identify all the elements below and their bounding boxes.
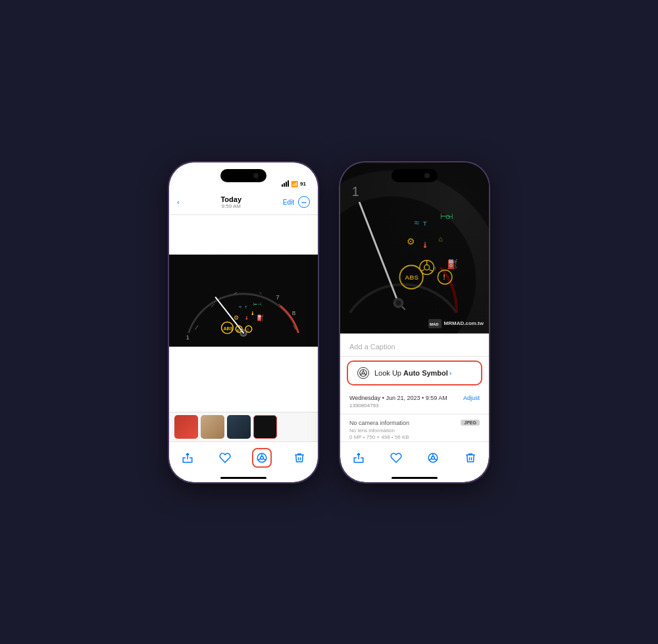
dashboard-image-left: 1 7 8 ≈ T 🌡 xyxy=(169,255,318,347)
svg-text:⊢⊣: ⊢⊣ xyxy=(253,301,261,306)
trash-icon-left xyxy=(293,452,305,464)
delete-button-right[interactable] xyxy=(461,448,480,468)
dynamic-island-right xyxy=(392,169,438,182)
home-indicator-left xyxy=(169,474,318,482)
back-button[interactable]: ‹ xyxy=(177,198,180,206)
nav-bar-left: ‹ Today 9:59 AM Edit ••• xyxy=(169,190,318,215)
thumbnail-strip xyxy=(169,412,318,441)
svg-point-60 xyxy=(362,372,365,374)
svg-text:8: 8 xyxy=(292,309,296,316)
dashboard-full: 1 ≈ T ⊢⊣ O xyxy=(340,162,489,334)
svg-point-65 xyxy=(432,457,435,460)
caption-area[interactable]: Add a Caption xyxy=(340,334,489,357)
svg-text:⛽: ⛽ xyxy=(257,314,265,322)
thumb-2[interactable] xyxy=(201,415,224,439)
thumb-3[interactable] xyxy=(227,415,251,439)
bottom-toolbar-left xyxy=(169,441,318,474)
meta-section: Wednesday • Jun 21, 2023 • 9:59 AM Adjus… xyxy=(340,389,489,414)
delete-button-left[interactable] xyxy=(290,448,309,468)
bottom-toolbar-right xyxy=(340,441,489,474)
steering-wheel-icon-left xyxy=(256,452,268,464)
steering-wheel-icon-bottom xyxy=(427,452,439,464)
thumb-1[interactable] xyxy=(174,415,198,439)
share-icon-right xyxy=(353,452,365,464)
svg-rect-56 xyxy=(340,164,489,332)
status-icons-left: 📶 91 xyxy=(282,181,306,187)
edit-button[interactable]: Edit xyxy=(283,199,294,206)
share-icon xyxy=(182,452,193,464)
lookup-row[interactable]: Look Up Auto Symbol› xyxy=(347,360,482,385)
lookup-text: Look Up Auto Symbol› xyxy=(374,369,451,377)
heart-icon-right xyxy=(390,452,402,464)
share-button-left[interactable] xyxy=(178,448,197,468)
trash-icon-right xyxy=(465,452,476,464)
battery-pct: 91 xyxy=(300,181,306,187)
signal-icon xyxy=(282,181,289,187)
steering-wheel-icon-right xyxy=(357,367,369,379)
svg-text:🌡: 🌡 xyxy=(250,310,255,316)
info-panel: Add a Caption Look Up Auto Symbol› xyxy=(340,334,489,441)
svg-text:7: 7 xyxy=(276,293,279,301)
like-button-left[interactable] xyxy=(215,448,235,468)
svg-text:T: T xyxy=(245,305,247,309)
svg-text:≈: ≈ xyxy=(239,303,242,309)
like-button-right[interactable] xyxy=(386,448,406,468)
home-indicator-right xyxy=(340,474,489,482)
white-space-bottom xyxy=(169,347,318,412)
left-phone: 📶 91 ‹ Today 9:59 AM Edit ••• xyxy=(168,161,319,483)
nav-actions-left: Edit ••• xyxy=(283,196,310,208)
svg-text:1: 1 xyxy=(186,333,190,340)
svg-point-27 xyxy=(261,457,264,460)
svg-text:!: ! xyxy=(247,328,249,332)
thumb-4[interactable] xyxy=(253,415,277,439)
share-button-right[interactable] xyxy=(349,448,368,468)
svg-text:ABS: ABS xyxy=(224,326,234,331)
wifi-icon: 📶 xyxy=(291,181,298,187)
dashboard-svg-left: 1 7 8 ≈ T 🌡 xyxy=(169,255,318,347)
svg-text:MAD: MAD xyxy=(430,322,439,326)
camera-section: No camera information JPEG No lens infor… xyxy=(340,414,489,441)
white-space-top xyxy=(169,215,318,255)
more-button[interactable]: ••• xyxy=(298,196,310,208)
right-phone: 1 ≈ T ⊢⊣ O xyxy=(339,161,490,483)
lookup-button-left[interactable] xyxy=(252,448,272,468)
svg-text:🌡: 🌡 xyxy=(244,315,249,321)
dashboard-svg-right: 1 ≈ T ⊢⊣ O xyxy=(340,162,489,334)
nav-title-left: Today 9:59 AM xyxy=(220,195,241,209)
adjust-button[interactable]: Adjust xyxy=(463,395,480,401)
watermark-logo: MAD xyxy=(428,319,442,328)
content-area-left: 1 7 8 ≈ T 🌡 xyxy=(169,215,318,412)
svg-text:⊕!: ⊕! xyxy=(236,328,241,332)
watermark: MAD MRMAD.com.tw xyxy=(428,319,484,328)
dynamic-island xyxy=(220,169,266,182)
svg-text:⚙: ⚙ xyxy=(234,314,239,321)
heart-icon xyxy=(219,452,231,464)
lookup-button-right[interactable] xyxy=(423,448,443,468)
